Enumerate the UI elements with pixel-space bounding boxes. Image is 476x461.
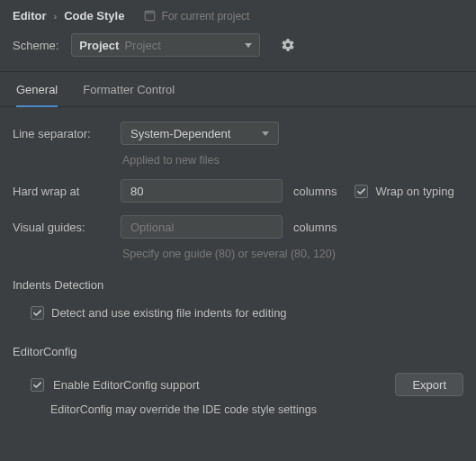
visual-guides-unit: columns <box>293 221 337 234</box>
breadcrumb-editor[interactable]: Editor <box>13 9 47 23</box>
project-scope-icon <box>144 10 156 22</box>
enable-editorconfig-label: Enable EditorConfig support <box>53 378 200 392</box>
line-separator-label: Line separator: <box>13 127 110 140</box>
settings-header: Editor › Code Style For current project <box>0 0 476 28</box>
line-separator-select[interactable]: System-Dependent <box>121 122 279 145</box>
visual-guides-label: Visual guides: <box>13 221 110 234</box>
chevron-down-icon <box>245 43 252 48</box>
wrap-on-typing-checkbox[interactable] <box>355 185 368 198</box>
current-project-badge: For current project <box>144 10 249 23</box>
chevron-down-icon <box>262 131 269 136</box>
scheme-value-sub: Project <box>124 39 160 52</box>
hard-wrap-label: Hard wrap at <box>13 185 110 198</box>
line-separator-value: System-Dependent <box>130 127 230 140</box>
code-style-tabs: General Formatter Control <box>0 72 476 107</box>
chevron-right-icon: › <box>54 11 58 22</box>
editorconfig-hint: EditorConfig may override the IDE code s… <box>50 403 463 416</box>
scheme-label: Scheme: <box>13 39 58 52</box>
hard-wrap-value: 80 <box>130 185 143 198</box>
visual-guides-placeholder: Optional <box>130 221 174 234</box>
visual-guides-hint: Specify one guide (80) or several (80, 1… <box>122 248 463 260</box>
indents-detection-title: Indents Detection <box>0 273 476 297</box>
tab-formatter-control[interactable]: Formatter Control <box>83 83 175 107</box>
hard-wrap-row: Hard wrap at 80 columns Wrap on typing <box>13 179 463 203</box>
hard-wrap-unit: columns <box>293 185 337 198</box>
wrap-on-typing-label: Wrap on typing <box>375 185 454 198</box>
editorconfig-title: EditorConfig <box>0 339 476 364</box>
hard-wrap-input[interactable]: 80 <box>121 179 283 203</box>
export-button[interactable]: Export <box>395 373 463 396</box>
current-project-label: For current project <box>161 10 249 23</box>
detect-indents-label: Detect and use existing file indents for… <box>51 306 287 320</box>
tab-general[interactable]: General <box>16 83 58 107</box>
enable-editorconfig-checkbox[interactable] <box>31 378 44 392</box>
line-separator-row: Line separator: System-Dependent <box>13 122 463 145</box>
scheme-settings-button[interactable] <box>278 35 298 55</box>
svg-rect-1 <box>146 11 156 14</box>
breadcrumb-code-style: Code Style <box>64 9 124 23</box>
visual-guides-input[interactable]: Optional <box>121 215 283 239</box>
line-separator-hint: Applied to new files <box>122 154 463 167</box>
detect-indents-row: Detect and use existing file indents for… <box>31 306 463 320</box>
visual-guides-row: Visual guides: Optional columns <box>13 215 463 239</box>
scheme-dropdown[interactable]: Project Project <box>71 33 260 57</box>
scheme-value: Project <box>79 39 119 52</box>
scheme-row: Scheme: Project Project <box>0 28 476 71</box>
editorconfig-row: Enable EditorConfig support Export <box>31 373 463 396</box>
detect-indents-checkbox[interactable] <box>31 306 44 320</box>
